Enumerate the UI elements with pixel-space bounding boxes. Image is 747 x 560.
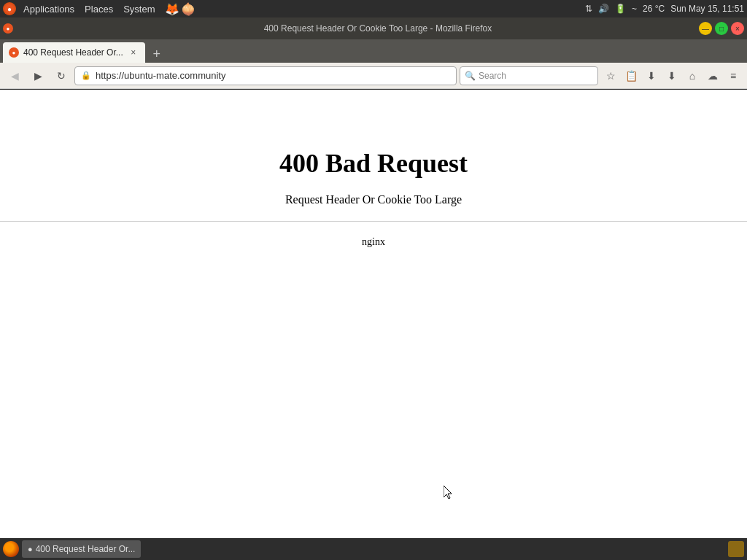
sync-button[interactable]: ☁ [703,66,722,85]
window-controls: — □ × [699,22,744,35]
back-button[interactable]: ◀ [4,66,25,86]
pocket-button[interactable]: ⬇ [642,66,661,85]
search-icon: 🔍 [465,71,476,81]
network-icon: ⇅ [585,4,592,14]
page-content: 400 Bad Request Request Header Or Cookie… [0,90,747,539]
tab-close-button[interactable]: × [128,47,139,58]
url-text: https://ubuntu-mate.community [96,70,450,81]
title-bar: ● 400 Request Header Or Cookie Too Large… [0,18,747,39]
temperature-label: 26 °C [643,4,665,14]
applications-menu[interactable]: Applications [19,2,79,16]
url-bar[interactable]: 🔒 https://ubuntu-mate.community [74,66,457,85]
taskbar-firefox-icon[interactable] [3,541,19,557]
tab-bar: ● 400 Request Header Or... × + [0,39,747,63]
places-menu[interactable]: Places [80,2,117,16]
taskbar-app-favicon: ● [28,545,33,553]
minimize-button[interactable]: — [699,22,712,35]
maximize-button[interactable]: □ [715,22,728,35]
search-bar[interactable]: 🔍 Search [460,66,598,85]
nav-bar: ◀ ▶ ↻ 🔒 https://ubuntu-mate.community 🔍 … [0,63,747,89]
error-title: 400 Bad Request [279,148,468,179]
datetime-label: Sun May 15, 11:51 [670,4,744,14]
error-server: nginx [362,236,385,248]
tab-label: 400 Request Header Or... [23,47,123,58]
bookmark-button[interactable]: ☆ [601,66,620,85]
active-tab[interactable]: ● 400 Request Header Or... × [3,42,145,63]
forward-button[interactable]: ▶ [28,66,48,86]
lock-icon: 🔒 [81,71,91,80]
browser-chrome: ● 400 Request Header Or Cookie Too Large… [0,18,747,90]
new-tab-button[interactable]: + [148,45,166,63]
reader-button[interactable]: 📋 [622,66,640,85]
taskbar-app-item[interactable]: ● 400 Request Header Or... [22,540,141,558]
firefox-sys-icon[interactable]: 🦊 [165,2,179,16]
tab-favicon: ● [9,47,19,58]
title-favicon: ● [3,23,13,34]
taskbar-file-manager-icon[interactable] [728,541,744,557]
ubuntu-icon: ● [3,2,16,15]
battery-icon: 🔋 [615,4,626,14]
system-bar-right: ⇅ 🔊 🔋 ~ 26 °C Sun May 15, 11:51 [585,4,744,14]
toolbar-icons: ☆ 📋 ⬇ ⬇ ⌂ ☁ ≡ [601,66,743,85]
taskbar-app-label: 400 Request Header Or... [36,544,136,554]
system-bar: ● Applications Places System 🦊 🧅 ⇅ 🔊 🔋 ~… [0,0,747,18]
home-button[interactable]: ⌂ [683,66,702,85]
system-bar-left: ● Applications Places System 🦊 🧅 [3,2,196,16]
tor-icon[interactable]: 🧅 [181,2,196,16]
system-menu[interactable]: System [119,2,159,16]
search-placeholder: Search [479,71,506,81]
window-title: 400 Request Header Or Cookie Too Large -… [16,23,696,34]
menu-button[interactable]: ≡ [724,66,743,85]
download-button[interactable]: ⬇ [662,66,681,85]
volume-icon: 🔊 [598,4,609,14]
error-subtitle: Request Header Or Cookie Too Large [285,193,462,206]
close-button[interactable]: × [731,22,744,35]
error-divider [0,221,747,222]
taskbar-right [728,541,744,557]
wifi-icon: ~ [632,4,637,14]
reload-button[interactable]: ↻ [51,66,71,86]
taskbar: ● 400 Request Header Or... [0,538,747,560]
